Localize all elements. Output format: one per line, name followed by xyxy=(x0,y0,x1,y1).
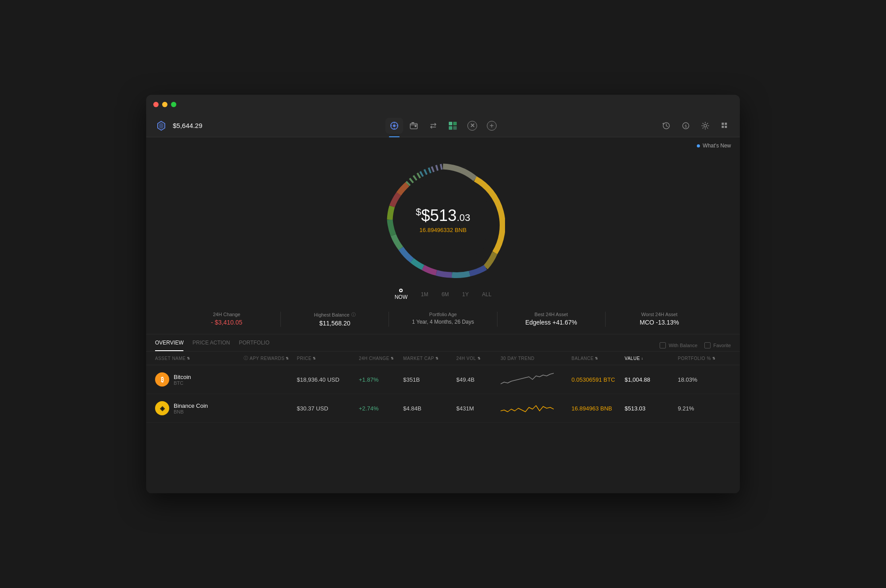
time-1m[interactable]: 1M xyxy=(421,291,428,298)
stat-best-asset: Best 24H Asset Edgeless +41.67% xyxy=(497,312,606,327)
nav-wallet[interactable] xyxy=(405,118,423,134)
tab-portfolio[interactable]: PORTFOLIO xyxy=(239,340,269,351)
history-button[interactable] xyxy=(660,120,672,132)
favorite-checkbox[interactable] xyxy=(704,342,711,348)
total-balance: $5,644.29 xyxy=(173,122,202,129)
stat-portfolio-age-label: Portfolio Age xyxy=(398,312,488,317)
grid-button[interactable] xyxy=(719,120,731,132)
asset-cell-bnb: ◈ Binance Coin BNB xyxy=(155,401,244,415)
svg-point-14 xyxy=(704,124,707,127)
svg-rect-10 xyxy=(453,126,457,130)
asset-cell-btc: ₿ Bitcoin BTC xyxy=(155,372,244,387)
svg-rect-7 xyxy=(449,122,452,125)
maximize-button[interactable] xyxy=(171,102,176,107)
favorite-toggle[interactable]: Favorite xyxy=(704,342,731,348)
bnb-price: $30.37 USD xyxy=(297,405,359,412)
th-24h-vol[interactable]: 24H VOL ⇅ xyxy=(456,355,501,361)
whats-new-label: What's New xyxy=(703,143,731,149)
portfolio-balance-display: $$513.03 16.89496332 BNB xyxy=(416,206,470,233)
traffic-lights xyxy=(153,102,176,107)
bnb-name: Binance Coin xyxy=(174,402,208,409)
toolbar-center: ✕ + xyxy=(385,118,501,134)
with-balance-checkbox[interactable] xyxy=(660,342,666,348)
portfolio-chart-area: $$513.03 16.89496332 BNB NOW 1M 6M xyxy=(146,149,740,305)
time-now[interactable]: NOW xyxy=(395,289,408,300)
btc-vol: $49.4B xyxy=(456,376,501,383)
btc-name: Bitcoin xyxy=(174,374,191,380)
with-balance-label: With Balance xyxy=(668,343,697,348)
portfolio-bnb: 16.89496332 BNB xyxy=(416,227,470,233)
th-balance[interactable]: BALANCE ⇅ xyxy=(571,355,625,361)
stat-24h-change: 24H Change - $3,410.05 xyxy=(173,312,281,327)
portfolio-amount: $$513.03 xyxy=(416,206,470,225)
stat-portfolio-age: Portfolio Age 1 Year, 4 Months, 26 Days xyxy=(389,312,497,327)
th-asset-name[interactable]: ASSET NAME ⇅ xyxy=(155,355,244,361)
btc-change: +1.87% xyxy=(359,376,403,383)
stat-highest-balance-label: Highest Balance ⓘ xyxy=(290,312,380,318)
btc-ticker: BTC xyxy=(174,380,191,386)
nav-dashboard[interactable] xyxy=(385,118,403,134)
titlebar xyxy=(146,95,740,114)
svg-text:$: $ xyxy=(684,124,687,128)
table-row[interactable]: ◈ Binance Coin BNB $30.37 USD +2.74% $4.… xyxy=(146,394,740,423)
table-section: OVERVIEW PRICE ACTION PORTFOLIO With Bal… xyxy=(146,334,740,493)
nav-stacks[interactable] xyxy=(444,118,462,134)
donut-chart[interactable]: $$513.03 16.89496332 BNB xyxy=(381,158,505,282)
btc-price: $18,936.40 USD xyxy=(297,376,359,383)
stat-best-asset-value: Edgeless +41.67% xyxy=(506,319,596,326)
stat-worst-asset-label: Worst 24H Asset xyxy=(614,312,704,317)
stats-bar: 24H Change - $3,410.05 Highest Balance ⓘ… xyxy=(146,305,740,334)
th-change[interactable]: 24H CHANGE ⇅ xyxy=(359,355,403,361)
svg-rect-15 xyxy=(722,123,724,125)
logo-icon xyxy=(155,120,167,132)
table-row[interactable]: ₿ Bitcoin BTC $18,936.40 USD +1.87% $351… xyxy=(146,365,740,394)
th-portfolio-pct[interactable]: PORTFOLIO % ⇅ xyxy=(678,355,722,361)
bnb-value: $513.03 xyxy=(625,405,678,412)
th-value[interactable]: VALUE ↓ xyxy=(625,355,678,361)
close-button[interactable] xyxy=(153,102,159,107)
info-icon[interactable]: ⓘ xyxy=(351,312,356,318)
svg-rect-17 xyxy=(722,126,724,128)
th-price[interactable]: PRICE ⇅ xyxy=(297,355,359,361)
tab-overview[interactable]: OVERVIEW xyxy=(155,340,183,351)
table-tab-right: With Balance Favorite xyxy=(660,342,731,348)
nav-add[interactable]: + xyxy=(483,118,501,134)
svg-rect-8 xyxy=(453,122,457,125)
stat-24h-change-value: - $3,410.05 xyxy=(182,319,272,326)
settings-button[interactable] xyxy=(699,120,711,132)
btc-balance: 0.05306591 BTC xyxy=(571,376,625,383)
bnb-change: +2.74% xyxy=(359,405,403,412)
time-6m[interactable]: 6M xyxy=(442,291,449,298)
btc-value: $1,004.88 xyxy=(625,376,678,383)
svg-rect-6 xyxy=(412,122,414,124)
time-now-dot xyxy=(399,289,403,292)
with-balance-toggle[interactable]: With Balance xyxy=(660,342,697,348)
bnb-trend xyxy=(501,398,571,418)
time-all[interactable]: ALL xyxy=(482,291,491,298)
tab-price-action[interactable]: PRICE ACTION xyxy=(192,340,230,351)
whats-new-button[interactable]: What's New xyxy=(697,143,731,149)
minimize-button[interactable] xyxy=(162,102,167,107)
toolbar-left: $5,644.29 xyxy=(155,120,202,132)
btc-trend xyxy=(501,370,571,389)
nav-swap[interactable] xyxy=(424,118,442,134)
time-selector: NOW 1M 6M 1Y ALL xyxy=(395,289,492,300)
th-apy[interactable]: ⓘ APY REWARDS ⇅ xyxy=(244,355,297,361)
currency-button[interactable]: $ xyxy=(680,120,692,132)
stat-24h-change-label: 24H Change xyxy=(182,312,272,317)
nav-exchange[interactable]: ✕ xyxy=(463,118,481,134)
main-content: What's New xyxy=(146,137,740,493)
table-tabs: OVERVIEW PRICE ACTION PORTFOLIO With Bal… xyxy=(146,334,740,352)
th-trend: 30 DAY TREND xyxy=(501,355,571,361)
btc-info: Bitcoin BTC xyxy=(174,374,191,386)
whats-new-dot xyxy=(697,144,700,147)
th-market-cap[interactable]: MARKET CAP ⇅ xyxy=(403,355,456,361)
toolbar: $5,644.29 xyxy=(146,114,740,137)
bnb-chart-svg xyxy=(501,398,554,416)
bnb-balance: 16.894963 BNB xyxy=(571,405,625,412)
stat-worst-asset-value: MCO -13.13% xyxy=(614,319,704,326)
svg-rect-9 xyxy=(449,126,452,130)
bnb-market-cap: $4.84B xyxy=(403,405,456,412)
stat-highest-balance-value: $11,568.20 xyxy=(290,320,380,327)
time-1y[interactable]: 1Y xyxy=(462,291,469,298)
